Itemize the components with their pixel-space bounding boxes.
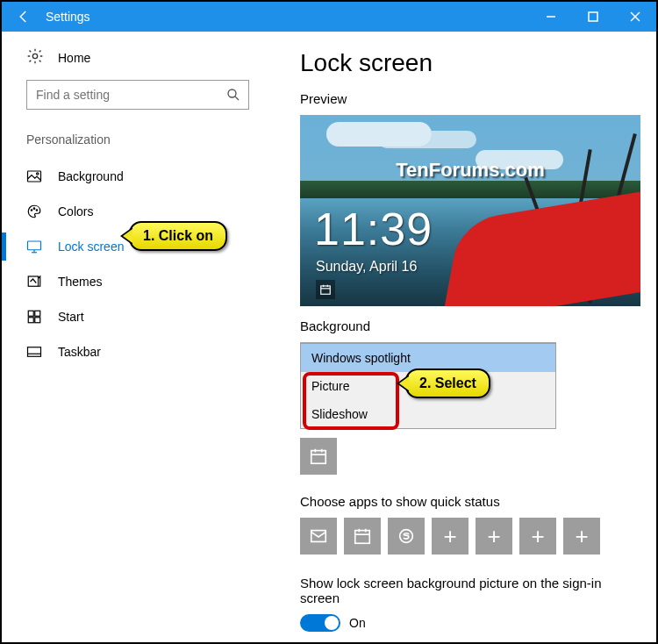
close-button[interactable]	[614, 2, 656, 32]
background-label: Background	[300, 318, 640, 333]
minimize-button[interactable]	[530, 2, 572, 32]
quick-status-add-button[interactable]: +	[476, 518, 512, 555]
dropdown-option-slideshow[interactable]: Slideshow	[301, 400, 555, 428]
preview-label: Preview	[300, 91, 640, 106]
back-button[interactable]	[2, 2, 46, 32]
monitor-icon	[26, 239, 42, 254]
plus-icon: +	[487, 523, 500, 550]
plus-icon: +	[575, 523, 588, 550]
svg-rect-20	[28, 347, 41, 357]
svg-point-9	[31, 210, 32, 211]
preview-time: 11:39	[314, 203, 433, 255]
title-bar: Settings	[2, 2, 656, 32]
svg-rect-1	[589, 12, 597, 21]
start-icon	[26, 309, 42, 325]
quick-status-add-button[interactable]: +	[432, 518, 468, 555]
svg-line-6	[235, 97, 239, 100]
signin-picture-label: Show lock screen background picture on t…	[300, 576, 640, 605]
signin-picture-toggle[interactable]	[300, 614, 340, 632]
svg-point-10	[33, 208, 35, 210]
quick-status-add-button[interactable]: +	[519, 518, 556, 555]
toggle-state-label: On	[349, 616, 366, 630]
gear-icon	[26, 47, 44, 68]
svg-rect-18	[28, 318, 33, 323]
search-input[interactable]	[26, 80, 249, 110]
quick-status-add-button[interactable]: +	[563, 518, 600, 555]
plus-icon: +	[443, 523, 456, 550]
taskbar-icon	[26, 344, 42, 360]
quick-status-mail-button[interactable]	[300, 518, 337, 555]
svg-rect-15	[28, 276, 38, 286]
svg-point-4	[32, 54, 37, 58]
search-icon	[225, 87, 241, 105]
watermark-text: TenForums.com	[300, 159, 640, 182]
svg-rect-12	[28, 241, 41, 250]
home-label: Home	[58, 51, 90, 65]
quick-status-skype-button[interactable]	[388, 518, 425, 555]
sidebar-item-taskbar[interactable]: Taskbar	[2, 334, 249, 369]
themes-icon	[26, 274, 42, 290]
svg-rect-31	[355, 531, 370, 544]
svg-point-11	[36, 210, 38, 211]
svg-rect-16	[28, 311, 33, 316]
window-title: Settings	[46, 10, 530, 24]
quick-status-label: Choose apps to show quick status	[300, 494, 640, 509]
preview-date: Sunday, April 16	[316, 259, 417, 275]
picture-icon	[26, 168, 42, 184]
calendar-icon	[316, 280, 335, 299]
page-title: Lock screen	[300, 49, 640, 77]
detailed-status-calendar-button[interactable]	[300, 438, 337, 475]
svg-rect-19	[35, 318, 40, 323]
annotation-callout-2: 2. Select	[405, 369, 490, 398]
sidebar-item-label: Background	[58, 169, 124, 183]
home-nav[interactable]: Home	[26, 47, 249, 68]
sidebar-item-background[interactable]: Background	[2, 159, 249, 194]
sidebar: Home Personalization Background Colors L…	[2, 32, 274, 642]
main-panel: Lock screen Preview TenForums.com 11:39 …	[274, 32, 658, 642]
palette-icon	[26, 204, 42, 219]
svg-rect-22	[321, 286, 331, 294]
sidebar-item-label: Taskbar	[58, 345, 101, 359]
section-label: Personalization	[26, 132, 249, 147]
search-field[interactable]	[27, 88, 248, 102]
sidebar-item-label: Start	[58, 310, 84, 324]
svg-point-5	[228, 89, 236, 97]
plus-icon: +	[531, 523, 544, 550]
sidebar-item-label: Themes	[58, 275, 103, 289]
svg-rect-17	[35, 311, 40, 316]
lock-screen-preview: TenForums.com 11:39 Sunday, April 16	[300, 115, 640, 306]
sidebar-item-label: Colors	[58, 204, 93, 218]
annotation-callout-1: 1. Click on	[129, 221, 227, 251]
sidebar-item-start[interactable]: Start	[2, 299, 249, 334]
quick-status-calendar-button[interactable]	[344, 518, 381, 555]
maximize-button[interactable]	[572, 2, 614, 32]
svg-rect-26	[311, 451, 326, 464]
sidebar-item-themes[interactable]: Themes	[2, 264, 249, 299]
svg-point-8	[37, 173, 39, 175]
